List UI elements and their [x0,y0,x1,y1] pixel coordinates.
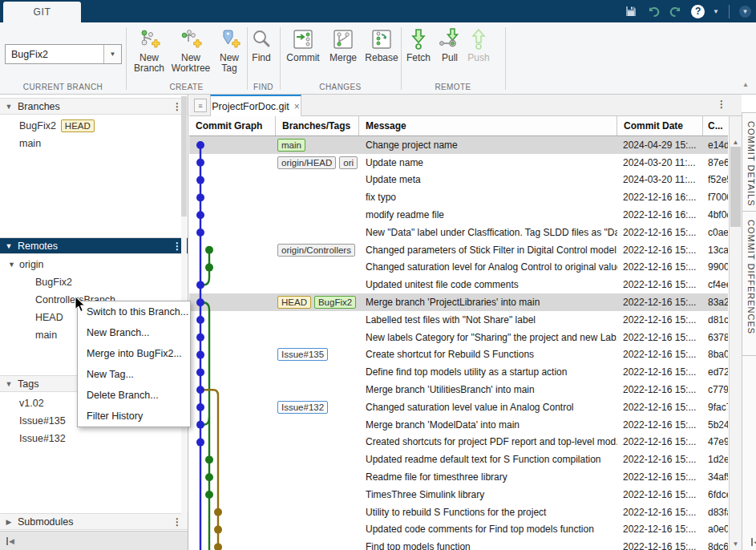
graph [189,172,276,189]
column-header-commit-graph[interactable]: Commit Graph [189,116,276,135]
help-icon[interactable]: ? [691,5,705,18]
expand-triangle-icon[interactable]: ▶ [0,518,18,526]
commit-row[interactable]: Utility to rebuild S Functions for the p… [189,503,728,521]
commit-row[interactable]: Updated unitest file code comments2022-1… [189,276,728,293]
push-button[interactable]: Push [463,27,494,63]
commit-row[interactable]: Merge branch 'ModelData' into main2022-1… [189,416,728,434]
commit-row[interactable]: Update meta2024-03-20 11:...f52e5 [189,172,728,189]
commit-row[interactable]: Issue#135Create shortcut for Rebuild S F… [189,346,728,364]
toolbar-separator [280,27,281,90]
commit-row[interactable]: mainChange project name2024-04-29 15:...… [189,136,728,154]
id: 6fdce [703,486,728,503]
help-dropdown-icon[interactable]: ▼ [713,8,719,15]
commit-row[interactable]: New labels Category for "Sharing" the pr… [189,329,728,346]
tag-item-issue132[interactable]: Issue#132 [0,430,182,447]
new-tag-button[interactable]: New Tag [212,27,247,74]
column-header-branches-tags[interactable]: Branches/Tags [276,116,359,135]
expand-triangle-icon[interactable]: ▼ [8,261,15,269]
toolstrip-menu-icon[interactable]: ▼ [739,6,751,18]
tags-header-label: Tags [18,378,38,390]
commit-row[interactable]: Updated readme default text for S Functi… [189,451,728,468]
branch-item-main[interactable]: main [0,135,182,152]
commit-row[interactable]: Created shortcuts for project PDF report… [189,434,728,451]
close-icon[interactable]: × [294,101,300,112]
commit-row[interactable]: Find top models function2022-12-16 15:..… [189,538,728,550]
msg: Find top models function [359,538,617,550]
commit-row[interactable]: Updated code comments for Find top model… [189,521,728,539]
branch-item-bugfix2[interactable]: BugFix2 HEAD [0,117,182,135]
commit-row[interactable]: New "Data" label under Clasffication. Ta… [189,224,728,241]
graph [189,154,276,172]
collapse-triangle-icon[interactable]: ▼ [0,103,18,111]
collapse-triangle-icon[interactable]: ▼ [0,380,18,388]
document-menu-icon[interactable]: ⋮ [717,99,726,110]
tab-commit-details[interactable]: COMMIT DETAILS [742,113,756,212]
commit-row[interactable]: origin/ControllersChanged parameters of … [189,241,728,259]
table-scrollbar[interactable]: ▲ ▼ [729,116,742,550]
branches [276,311,359,329]
date: 2022-12-16 15:... [617,434,703,451]
column-header-message[interactable]: Message [359,116,617,135]
branches: HEADBugFix2 [276,293,359,311]
menu-item-switch-branch[interactable]: Switch to this Branch... [78,301,190,322]
commit-button[interactable]: Commit [282,27,324,63]
graph [189,381,276,398]
branches-section-header[interactable]: ▼ Branches ⋮ [0,98,188,115]
remote-branch-bugfix2[interactable]: BugFix2 [0,273,182,291]
tab-commit-differences[interactable]: COMMIT DIFFERENCES [742,212,756,356]
commit-row[interactable]: Issue#132Changed saturation level value … [189,398,728,416]
pull-button[interactable]: Pull [435,27,465,63]
find-button[interactable]: Find [243,27,280,63]
submodules-section-header[interactable]: ▶ Submodules ⋮ [0,513,188,530]
scroll-down-icon[interactable]: ▼ [730,540,742,548]
menu-item-new-branch[interactable]: New Branch... [78,322,190,343]
commit-row[interactable]: Changed saturation level for Analog Cont… [189,259,728,277]
chevron-down-icon[interactable]: ▼ [103,45,121,63]
save-icon[interactable] [624,4,638,18]
undo-icon[interactable] [646,4,661,18]
rebase-button[interactable]: Rebase [361,27,402,63]
titlebar-separator [729,5,730,18]
menu-item-delete-branch[interactable]: Delete Branch... [78,385,190,406]
current-branch-combo[interactable]: BugFix2 ▼ [5,44,122,64]
new-branch-button[interactable]: New Branch [128,27,170,74]
commit-row[interactable]: Labelled test files with "Not Share" lab… [189,311,728,329]
column-header-commit-date[interactable]: Commit Date [617,116,703,135]
menu-item-merge-into[interactable]: Merge into BugFix2... [78,343,190,364]
collapse-left-icon[interactable]: ◀ [6,537,14,545]
menu-item-filter-history[interactable]: Filter History [78,406,190,427]
scrollbar-thumb[interactable] [181,96,187,216]
document-tab[interactable]: ProjectForDoc.git × [210,95,301,116]
graph [189,538,276,550]
menu-item-new-tag[interactable]: New Tag... [78,364,190,385]
commit-row[interactable]: TimesThree Simulink library2022-12-16 15… [189,486,728,503]
new-worktree-button[interactable]: New Worktree [170,27,212,74]
collapse-triangle-icon[interactable]: ▼ [0,242,18,250]
id: 34af5 [703,468,728,486]
id: 47e9 [703,434,728,451]
scroll-up-icon[interactable]: ▲ [730,139,742,146]
redo-icon[interactable] [669,4,683,18]
commit-row[interactable]: Merge branch 'UtilitiesBranch' into main… [189,381,728,398]
merge-icon [331,27,355,51]
commit-row[interactable]: modify readme file2022-12-16 16:...4bf0c [189,206,728,224]
fetch-button[interactable]: Fetch [401,27,436,63]
collapse-toolstrip-icon[interactable]: ▲ [742,81,749,88]
commit-row[interactable]: fix typo2022-12-16 16:...f7000 [189,188,728,206]
column-header-commit-id[interactable]: C... [703,116,728,135]
remotes-section-header[interactable]: ▼ Remotes ⋮ [0,237,188,254]
table-header: Commit Graph Branches/Tags Message Commi… [189,116,728,136]
commit-row[interactable]: Define find top models utility as a star… [189,363,728,381]
commit-row[interactable]: HEADBugFix2Merge branch 'ProjectLibrarie… [189,293,728,311]
merge-button[interactable]: Merge [322,27,364,63]
panel-menu-icon[interactable]: ≡ [194,99,207,112]
remote-origin[interactable]: ▼ origin [0,256,182,273]
commit-row[interactable]: origin/HEADoriUpdate name2024-03-20 11:.… [189,154,728,172]
ribbon-tab-git[interactable]: GIT [3,2,81,22]
scrollbar-thumb[interactable] [730,147,741,227]
collapse-right-icon[interactable]: ◀ [751,538,756,546]
date: 2022-12-16 15:... [617,259,703,277]
date: 2022-12-16 15:... [617,381,703,398]
commit-row[interactable]: Readme file for timesthree library2022-1… [189,468,728,486]
id: 5b24 [703,416,728,434]
